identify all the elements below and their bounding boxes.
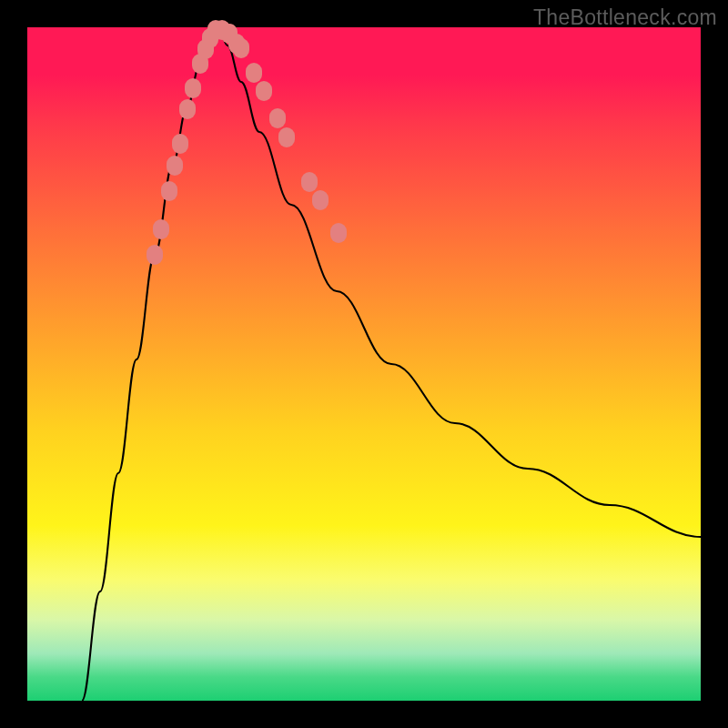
data-marker <box>312 190 329 210</box>
data-marker <box>233 38 249 58</box>
data-marker <box>330 223 347 243</box>
data-marker <box>301 172 318 192</box>
chart-svg <box>27 27 701 701</box>
data-marker <box>179 99 196 119</box>
data-marker <box>185 78 201 98</box>
data-marker <box>161 181 177 201</box>
curve-left <box>82 27 218 701</box>
data-marker <box>278 127 295 147</box>
curve-right <box>218 27 701 537</box>
data-marker <box>269 108 286 128</box>
data-markers <box>147 20 347 265</box>
watermark-text: TheBottleneck.com <box>533 5 717 30</box>
data-marker <box>167 156 183 176</box>
data-marker <box>256 81 272 101</box>
data-marker <box>172 134 188 154</box>
data-marker <box>246 63 262 83</box>
chart-frame <box>27 27 701 701</box>
data-marker <box>147 245 163 265</box>
data-marker <box>153 219 169 239</box>
